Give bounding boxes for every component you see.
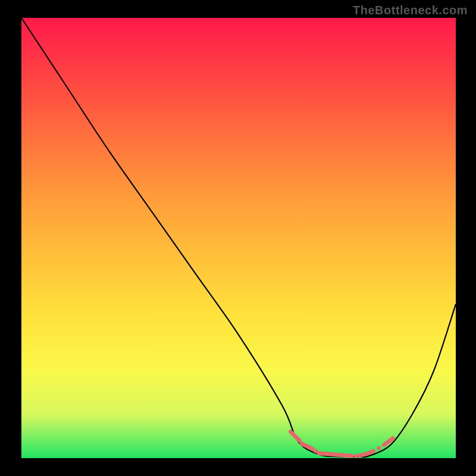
watermark-text: TheBottleneck.com <box>353 4 468 17</box>
main-curve <box>21 18 456 457</box>
chart-frame: TheBottleneck.com <box>0 0 476 476</box>
highlight-segment <box>291 432 300 441</box>
highlight-group <box>291 432 393 458</box>
highlight-segment <box>359 454 365 455</box>
chart-svg <box>21 18 456 458</box>
highlight-segment <box>319 453 352 456</box>
highlight-dot <box>314 449 318 453</box>
highlight-dot <box>354 454 358 458</box>
highlight-segment <box>367 451 373 453</box>
highlight-dot <box>377 446 381 450</box>
highlight-segment <box>302 444 312 449</box>
plot-area <box>21 18 456 458</box>
